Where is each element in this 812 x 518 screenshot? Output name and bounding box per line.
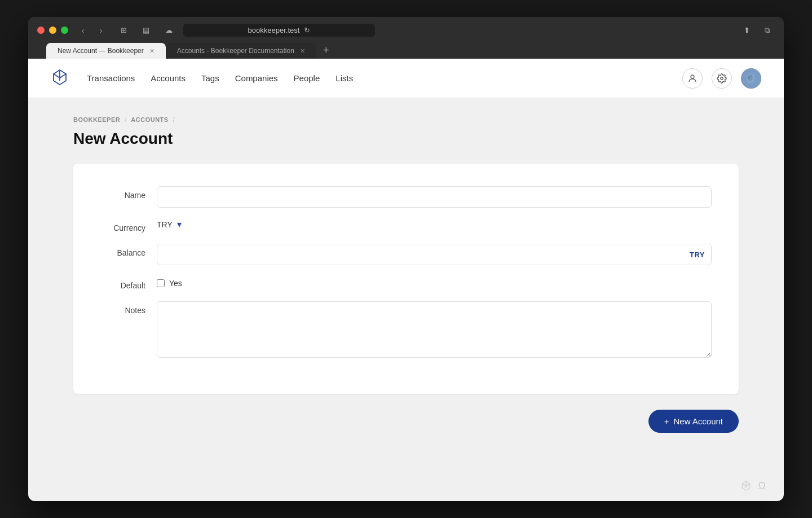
bottom-bar: Ω xyxy=(28,476,784,501)
balance-input[interactable]: 0.00 xyxy=(157,244,712,265)
notes-label: Notes xyxy=(100,301,157,315)
bottom-logo-icon xyxy=(740,480,752,494)
submit-label: New Account xyxy=(673,416,723,426)
name-label: Name xyxy=(100,186,157,200)
default-label: Default xyxy=(100,276,157,290)
bottom-omega-icon: Ω xyxy=(758,480,766,494)
default-checkbox-label[interactable]: Yes xyxy=(169,279,182,288)
forward-button[interactable]: › xyxy=(93,25,109,36)
tab-1-close[interactable]: ✕ xyxy=(149,47,155,55)
app-navbar: Transactions Accounts Tags Companies Peo… xyxy=(28,59,784,98)
breadcrumb-sep-2: / xyxy=(173,116,175,123)
notes-input[interactable] xyxy=(157,301,712,358)
balance-control-wrap: 0.00 TRY xyxy=(157,244,712,265)
default-checkbox-wrap: Yes xyxy=(157,276,712,288)
breadcrumb-sep-1: / xyxy=(125,116,126,123)
svg-point-1 xyxy=(721,77,723,80)
nav-right xyxy=(682,68,761,89)
form-row-currency: Currency TRY ▾ xyxy=(100,219,712,232)
balance-label: Balance xyxy=(100,244,157,257)
url-bar[interactable]: bookkeeper.test ↻ xyxy=(183,24,375,37)
currency-label: Currency xyxy=(100,219,157,232)
default-control-wrap: Yes xyxy=(157,276,712,288)
settings-icon-button[interactable] xyxy=(712,68,732,89)
page-content: Transactions Accounts Tags Companies Peo… xyxy=(28,59,784,501)
avatar-image xyxy=(741,68,761,89)
nav-transactions[interactable]: Transactions xyxy=(87,73,135,83)
currency-value: TRY xyxy=(157,220,173,229)
browser-nav-buttons: ‹ › xyxy=(75,25,109,36)
notes-control-wrap xyxy=(157,301,712,360)
nav-people[interactable]: People xyxy=(294,73,320,83)
traffic-lights xyxy=(37,27,68,34)
maximize-button[interactable] xyxy=(61,27,68,34)
currency-dropdown-arrow[interactable]: ▾ xyxy=(177,219,182,230)
tabs-bar: New Account — Bookkeeper ✕ Accounts - Bo… xyxy=(37,42,775,59)
default-checkbox[interactable] xyxy=(157,279,165,287)
new-window-button[interactable]: ⧉ xyxy=(759,25,775,36)
form-submit-area: + New Account xyxy=(73,410,739,433)
share-button[interactable]: ⬆ xyxy=(739,25,754,36)
back-button[interactable]: ‹ xyxy=(75,25,91,36)
form-row-default: Default Yes xyxy=(100,276,712,290)
nav-lists[interactable]: Lists xyxy=(336,73,353,83)
nav-accounts[interactable]: Accounts xyxy=(151,73,186,83)
refresh-button[interactable]: ↻ xyxy=(304,26,310,34)
minimize-button[interactable] xyxy=(49,27,56,34)
tab-2-close[interactable]: ✕ xyxy=(300,47,305,55)
main-content: BOOKKEEPER / ACCOUNTS / New Account Name xyxy=(28,98,784,476)
browser-window: ‹ › ⊞ ▤ ☁ bookkeeper.test ↻ ⬆ ⧉ New Acco… xyxy=(28,17,784,501)
breadcrumb-accounts[interactable]: ACCOUNTS xyxy=(131,116,168,123)
tab-1-label: New Account — Bookkeeper xyxy=(58,47,144,55)
tab-2[interactable]: Accounts - Bookkeeper Documentation ✕ xyxy=(166,43,316,59)
svg-point-0 xyxy=(691,75,694,78)
new-tab-button[interactable]: + xyxy=(319,42,334,59)
balance-currency-badge: TRY xyxy=(690,251,705,259)
currency-control-wrap: TRY ▾ xyxy=(157,219,712,230)
nav-links: Transactions Accounts Tags Companies Peo… xyxy=(87,73,682,83)
submit-button[interactable]: + New Account xyxy=(648,410,739,433)
user-icon xyxy=(687,73,698,84)
avatar[interactable] xyxy=(741,68,761,89)
name-input[interactable] xyxy=(157,186,712,208)
app-logo[interactable] xyxy=(51,68,69,89)
breadcrumb-home[interactable]: BOOKKEEPER xyxy=(73,116,120,123)
breadcrumb: BOOKKEEPER / ACCOUNTS / xyxy=(73,116,739,123)
tab-2-label: Accounts - Bookkeeper Documentation xyxy=(177,47,294,55)
form-row-name: Name xyxy=(100,186,712,208)
tab-1[interactable]: New Account — Bookkeeper ✕ xyxy=(46,43,166,59)
gear-icon xyxy=(717,73,727,84)
name-control-wrap xyxy=(157,186,712,208)
form-row-notes: Notes xyxy=(100,301,712,360)
close-button[interactable] xyxy=(37,27,45,34)
submit-icon: + xyxy=(664,416,669,426)
page-title: New Account xyxy=(73,130,739,148)
nav-companies[interactable]: Companies xyxy=(235,73,278,83)
form-row-balance: Balance 0.00 TRY xyxy=(100,244,712,265)
cloud-button[interactable]: ☁ xyxy=(161,25,176,36)
nav-tags[interactable]: Tags xyxy=(201,73,219,83)
user-icon-button[interactable] xyxy=(682,68,703,89)
toolbar-right: ⬆ ⧉ xyxy=(739,25,775,36)
sidebar-button[interactable]: ▤ xyxy=(138,25,154,36)
title-bar: ‹ › ⊞ ▤ ☁ bookkeeper.test ↻ ⬆ ⧉ New Acco… xyxy=(28,17,784,59)
form-card: Name Currency TRY ▾ Balance xyxy=(73,164,739,394)
url-text: bookkeeper.test xyxy=(248,26,300,34)
grid-button[interactable]: ⊞ xyxy=(116,25,131,36)
